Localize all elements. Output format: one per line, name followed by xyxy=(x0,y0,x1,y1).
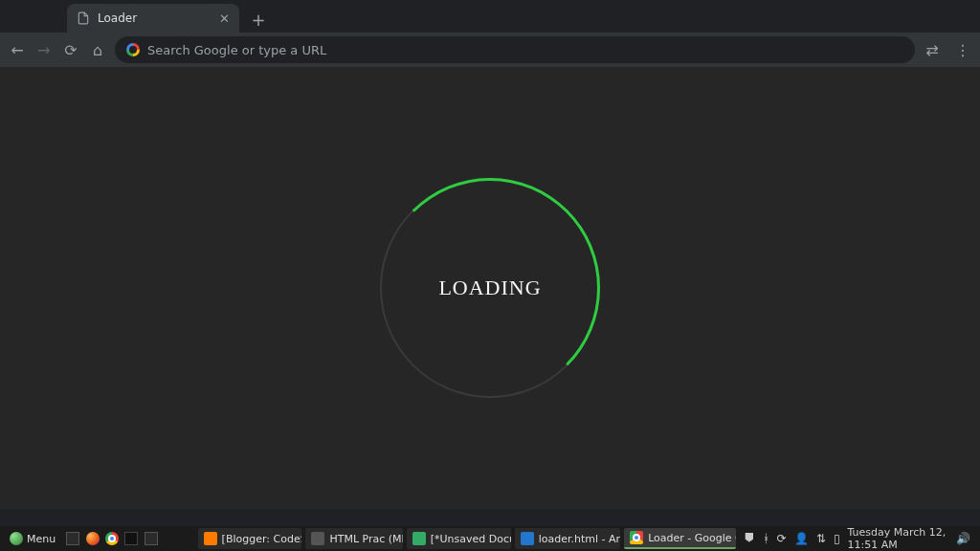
tab-close-icon[interactable]: ✕ xyxy=(219,11,230,26)
translate-icon[interactable]: ⇄ xyxy=(923,40,942,59)
terminal-icon xyxy=(124,532,138,545)
user-icon[interactable]: 👤 xyxy=(794,532,809,545)
chrome-icon xyxy=(105,532,119,545)
loader-ring-accent xyxy=(380,178,600,398)
start-menu-label: Menu xyxy=(27,533,56,545)
show-desktop-button[interactable] xyxy=(65,529,80,548)
network-icon[interactable]: ⇅ xyxy=(816,532,826,545)
taskbar-item-label: Loader - Google C... xyxy=(648,532,736,544)
taskbar-item-label: HTML Prac (MIX) xyxy=(329,533,402,545)
file-icon xyxy=(77,11,90,25)
taskbar-item-unsaveddoc[interactable]: [*Unsaved Docu... xyxy=(407,528,511,549)
files-icon xyxy=(145,532,158,545)
start-menu-button[interactable]: Menu xyxy=(4,528,61,549)
google-icon xyxy=(126,43,140,56)
sound-icon[interactable]: 🔊 xyxy=(956,532,970,545)
omnibox[interactable] xyxy=(115,36,915,63)
files-launcher[interactable] xyxy=(144,529,159,548)
tab-title: Loader xyxy=(98,11,212,25)
terminal-launcher[interactable] xyxy=(123,529,139,548)
browser-menu-button[interactable]: ⋮ xyxy=(953,40,972,59)
document-icon xyxy=(412,532,426,545)
taskbar-item-label: loader.html - Ani... xyxy=(539,533,620,545)
taskbar-item-htmlprac[interactable]: HTML Prac (MIX) xyxy=(305,528,402,549)
address-input[interactable] xyxy=(147,43,903,57)
vscode-icon xyxy=(521,532,534,545)
taskbar-item-label: [Blogger: CodeS... xyxy=(222,533,302,545)
chrome-icon xyxy=(630,531,643,544)
bluetooth-icon[interactable]: ᚼ xyxy=(763,532,769,545)
forward-button: → xyxy=(34,40,54,59)
shield-icon[interactable]: ⛊ xyxy=(744,532,755,545)
reload-button[interactable]: ⟳ xyxy=(61,40,80,59)
taskbar-item-label: [*Unsaved Docu... xyxy=(431,533,511,545)
page-content: LOADING xyxy=(0,67,980,509)
taskbar-item-loaderhtml[interactable]: loader.html - Ani... xyxy=(515,528,620,549)
loader: LOADING xyxy=(380,178,600,398)
folder-icon xyxy=(311,532,324,545)
taskbar-item-blogger[interactable]: [Blogger: CodeS... xyxy=(198,528,302,549)
os-taskbar: Menu [Blogger: CodeS... HTML Prac (MIX) … xyxy=(0,526,980,551)
mint-icon xyxy=(10,532,23,545)
updates-icon[interactable]: ⟳ xyxy=(777,532,787,545)
browser-tab-active[interactable]: Loader ✕ xyxy=(67,4,239,33)
blogger-icon xyxy=(204,532,217,545)
home-button[interactable]: ⌂ xyxy=(88,40,107,59)
taskbar-item-loader-chrome[interactable]: Loader - Google C... xyxy=(624,528,736,549)
chrome-launcher[interactable] xyxy=(104,529,120,548)
desktop-icon xyxy=(66,532,79,545)
firefox-launcher[interactable] xyxy=(85,529,100,548)
browser-toolbar: ← → ⟳ ⌂ ⇄ ⋮ xyxy=(0,33,980,67)
browser-tabstrip: Loader ✕ + xyxy=(0,0,980,33)
back-button[interactable]: ← xyxy=(8,40,27,59)
new-tab-button[interactable]: + xyxy=(245,6,272,33)
firefox-icon xyxy=(86,532,100,545)
system-tray: ⛊ ᚼ ⟳ 👤 ⇅ ▯ Tuesday March 12, 11:51 AM 🔊 xyxy=(744,526,976,551)
battery-icon[interactable]: ▯ xyxy=(834,532,840,545)
clock[interactable]: Tuesday March 12, 11:51 AM xyxy=(848,526,948,551)
